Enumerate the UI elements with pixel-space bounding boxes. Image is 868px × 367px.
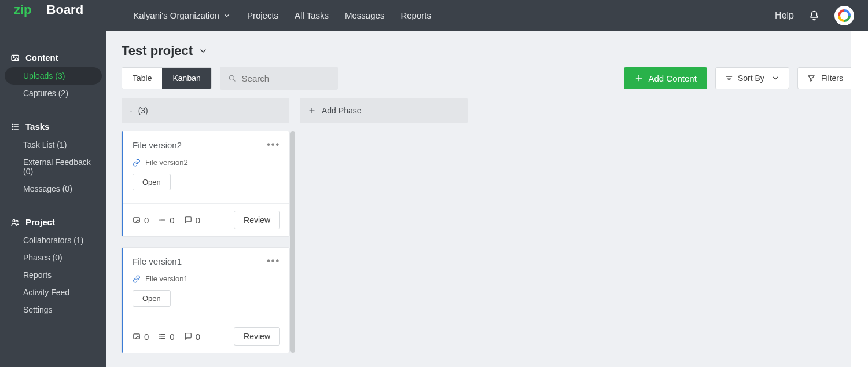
nav-projects[interactable]: Projects [247,10,278,20]
chevron-down-icon [771,74,779,82]
add-phase-column: Add Phase [300,98,468,355]
open-button[interactable]: Open [133,174,171,190]
sidebar: Content Uploads (3) Captures (2) Tasks T… [0,31,106,367]
sidebar-group-project: Project [0,212,106,232]
open-button[interactable]: Open [133,290,171,307]
card-link-text: File version1 [145,274,188,283]
review-button[interactable]: Review [234,211,280,229]
sidebar-item-captures[interactable]: Captures (2) [0,85,106,102]
page-header: Test project [106,31,868,67]
view-kanban-button[interactable]: Kanban [162,68,211,89]
column-scrollbar[interactable] [290,131,295,353]
sidebar-item-reports[interactable]: Reports [0,266,106,284]
project-switcher[interactable]: Test project [122,43,853,58]
help-link[interactable]: Help [775,10,794,21]
sidebar-item-activity-feed[interactable]: Activity Feed [0,284,106,301]
column-header[interactable]: - (3) [122,98,289,123]
add-phase-label: Add Phase [322,106,362,115]
svg-point-7 [12,129,13,129]
sidebar-heading-tasks: Tasks [25,122,49,131]
comment-icon [184,216,192,224]
sidebar-item-settings[interactable]: Settings [0,301,106,318]
sidebar-heading-content: Content [25,53,58,63]
sidebar-group-content: Content [0,48,106,67]
sort-label: Sort By [738,74,764,83]
toolbar: Table Kanban Add Content Sort By [106,67,868,98]
task-count: 0 [158,215,174,225]
image-icon [133,332,141,340]
plus-icon [308,107,316,115]
users-icon [10,218,20,227]
card-link-row: File version1 [133,274,280,283]
chevron-down-icon [223,12,231,20]
search-box[interactable] [220,67,338,90]
sort-button[interactable]: Sort By [715,67,789,89]
svg-point-5 [12,124,13,124]
content-card[interactable]: File version2 ••• File version2 Open [122,131,289,236]
svg-point-1 [13,56,14,57]
plus-icon [634,74,643,83]
nav-reports[interactable]: Reports [400,10,431,20]
add-content-button[interactable]: Add Content [624,67,707,89]
org-name: Kalyani's Organization [133,10,219,20]
card-more-button[interactable]: ••• [267,256,280,266]
svg-point-9 [16,220,18,222]
view-table-button[interactable]: Table [122,68,162,89]
bell-icon[interactable] [809,10,819,21]
nav-messages[interactable]: Messages [345,10,384,20]
sidebar-group-tasks: Tasks [0,117,106,136]
link-icon [133,275,141,283]
review-button[interactable]: Review [234,327,280,346]
image-icon [133,216,141,224]
nav-all-tasks[interactable]: All Tasks [295,10,329,20]
column-count: (3) [138,106,148,115]
sidebar-item-collaborators[interactable]: Collaborators (1) [0,232,106,249]
sidebar-heading-project: Project [25,217,55,227]
svg-line-11 [233,80,235,82]
logo[interactable]: zipBoard [14,2,98,29]
add-content-label: Add Content [648,74,696,83]
svg-marker-17 [808,76,815,81]
org-switcher[interactable]: Kalyani's Organization [133,10,231,20]
image-count: 0 [133,332,149,342]
list-icon [10,122,20,131]
task-count: 0 [158,332,174,342]
card-title: File version1 [133,256,182,266]
sidebar-item-uploads[interactable]: Uploads (3) [5,67,102,85]
list-icon [158,332,166,340]
logo-zip: zip [14,2,32,17]
search-input[interactable] [242,74,330,83]
sidebar-item-task-list[interactable]: Task List (1) [0,136,106,153]
column-body: File version2 ••• File version2 Open [122,131,289,353]
top-nav: zipBoard Kalyani's Organization Projects… [0,0,868,31]
comment-count: 0 [184,332,200,342]
image-icon [10,53,20,63]
kanban-board: - (3) File version2 ••• File version2 [106,98,868,367]
filter-icon [807,74,815,82]
chevron-down-icon [198,46,208,56]
avatar[interactable] [834,6,854,25]
card-more-button[interactable]: ••• [267,140,280,150]
kanban-column: - (3) File version2 ••• File version2 [122,98,289,355]
sidebar-item-external-feedback[interactable]: External Feedback (0) [0,153,106,180]
link-icon [133,159,141,167]
filters-button[interactable]: Filters [797,67,853,89]
comment-icon [184,332,192,340]
page-title: Test project [122,43,193,58]
search-icon [228,74,236,83]
svg-point-8 [13,219,15,222]
main: Test project Table Kanban Add Content [106,31,868,367]
add-phase-button[interactable]: Add Phase [300,98,468,123]
nav-items: Kalyani's Organization Projects All Task… [133,10,431,20]
view-toggle: Table Kanban [122,67,212,89]
content-card[interactable]: File version1 ••• File version1 Open [122,248,289,353]
sidebar-item-messages[interactable]: Messages (0) [0,180,106,197]
logo-board: Board [32,2,99,29]
sidebar-item-phases[interactable]: Phases (0) [0,249,106,266]
card-link-text: File version2 [145,158,188,167]
svg-point-6 [12,126,13,127]
card-link-row: File version2 [133,158,280,167]
column-collapse-dash: - [130,106,133,115]
avatar-icon [838,9,851,22]
sort-icon [725,74,733,82]
